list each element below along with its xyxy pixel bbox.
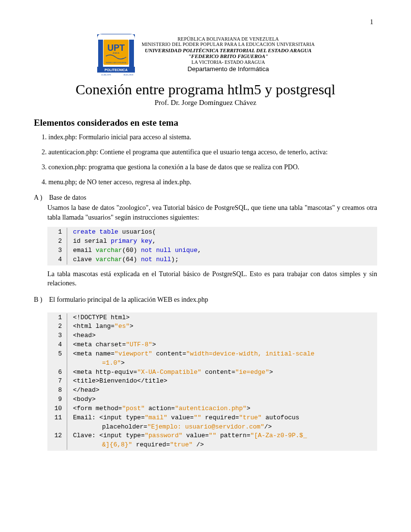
section-heading: Elementos considerados en este tema [34, 118, 377, 128]
section-b: B ) El formulario principal de la aplica… [34, 295, 377, 305]
paragraph-after-code-a: La tabla mascotas está explicada en el T… [47, 269, 377, 288]
svg-text:UPT: UPT [107, 43, 125, 53]
section-a-body: Usamos la base de datos "zoologico", vea… [47, 203, 377, 222]
header-line-2: MINISTERIO DEL PODER POPULAR PARA LA EDU… [142, 42, 315, 47]
header-line-3: UNIVERSIDAD POLITÉCNICA TERRITORIAL DEL … [142, 47, 315, 54]
svg-text:18-01-2013: 18-01-2013 [123, 74, 133, 76]
svg-text:ARAGUA: ARAGUA [113, 52, 119, 54]
section-b-label: B ) [34, 295, 47, 305]
header-department: Departamento de Informática [142, 66, 315, 73]
letterhead: UNIVERSIDAD UPT ARAGUA FEDERICO BRITO FI… [34, 33, 377, 76]
code-block-html: 1<!DOCTYPE html>2<html lang="es">3<head>… [47, 312, 377, 451]
page: 1 UNIVERSIDAD UPT ARAGUA FEDERICO BRITO … [0, 0, 411, 532]
document-title: Conexión entre programa htlm5 y postgres… [34, 81, 377, 98]
svg-text:POLITECNICA: POLITECNICA [104, 68, 127, 72]
page-number: 1 [370, 18, 373, 26]
section-a-label: A ) [34, 193, 47, 203]
svg-text:UNIVERSIDAD: UNIVERSIDAD [106, 36, 126, 39]
institutional-header: REPÚBLICA BOLIVARIANA DE VENEZUELA MINIS… [142, 36, 315, 74]
list-item: menu.php; de NO tener acceso, regresa al… [48, 178, 377, 187]
document-author: Prof. Dr. Jorge Domínguez Chávez [34, 99, 377, 107]
section-a: A ) Base de datos Usamos la base de dato… [34, 193, 377, 222]
list-item: conexion.php: programa que gestiona la c… [48, 163, 377, 172]
numbered-list: index.php: Formulario inicial para acces… [34, 133, 377, 187]
header-line-4: "FEDERICO BRITO FIGUEROA" [142, 53, 315, 59]
list-item: autenticacion.php: Contiene el programa … [48, 148, 377, 157]
section-b-heading: El formulario principal de la aplicación… [49, 296, 208, 303]
list-item: index.php: Formulario inicial para acces… [48, 133, 377, 142]
svg-text:FEDERICO BRITO FIGUEROA: FEDERICO BRITO FIGUEROA [106, 62, 126, 64]
svg-rect-2 [129, 40, 134, 67]
code-block-sql: 1create table usuarios(2id serial primar… [47, 227, 377, 265]
section-a-heading: Base de datos [49, 194, 87, 201]
svg-text:12-06-1976: 12-06-1976 [101, 74, 111, 76]
svg-rect-1 [98, 40, 103, 67]
header-line-5: LA VICTORIA- ESTADO ARAGUA [142, 59, 315, 65]
header-line-1: REPÚBLICA BOLIVARIANA DE VENEZUELA [142, 36, 315, 42]
university-logo: UNIVERSIDAD UPT ARAGUA FEDERICO BRITO FI… [96, 33, 136, 76]
